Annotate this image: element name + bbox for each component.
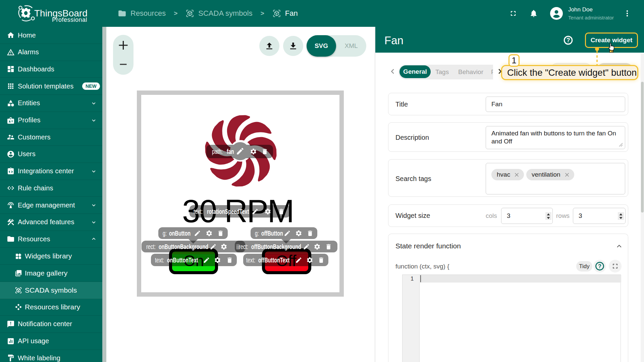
svg-text:?: ? <box>567 37 570 44</box>
svg-text:Professional: Professional <box>52 16 87 23</box>
svg-text:?: ? <box>598 263 601 269</box>
